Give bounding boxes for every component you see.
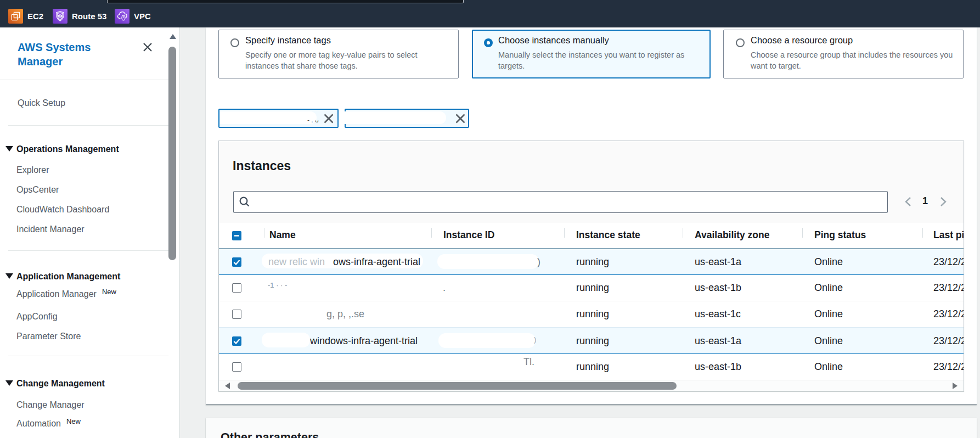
svg-text:53: 53: [59, 14, 62, 17]
